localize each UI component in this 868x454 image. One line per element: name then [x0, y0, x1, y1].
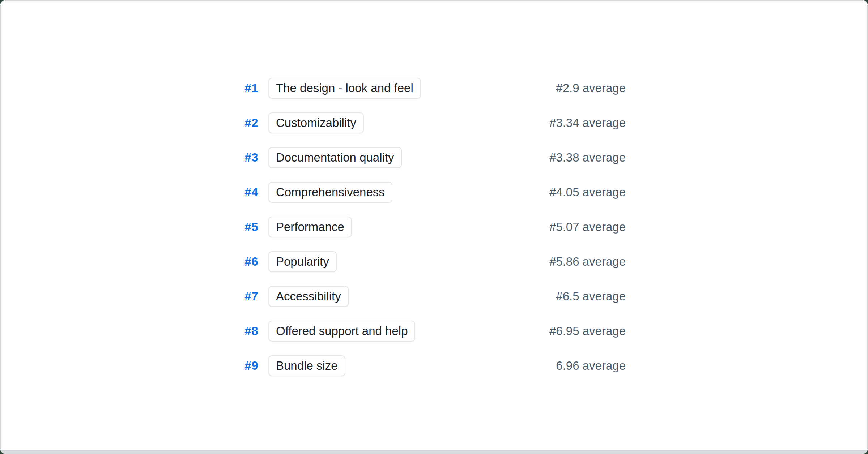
rank-number: #3	[242, 151, 258, 164]
ranking-row: #9 Bundle size 6.96 average	[242, 355, 626, 376]
ranking-row: #7 Accessibility #6.5 average	[242, 286, 626, 307]
average-score: #5.07 average	[549, 220, 626, 234]
rank-number: #8	[242, 324, 258, 338]
rank-number: #2	[242, 116, 258, 130]
rank-number: #1	[242, 81, 258, 95]
results-window: #1 The design - look and feel #2.9 avera…	[0, 0, 868, 454]
average-score: #3.38 average	[549, 151, 626, 164]
option-pill[interactable]: Popularity	[268, 251, 337, 272]
option-pill[interactable]: Comprehensiveness	[268, 182, 392, 203]
ranking-list: #1 The design - look and feel #2.9 avera…	[242, 78, 626, 376]
rank-number: #4	[242, 185, 258, 199]
results-content: #1 The design - look and feel #2.9 avera…	[1, 1, 867, 453]
average-score: #2.9 average	[556, 81, 626, 95]
average-score: #6.95 average	[549, 324, 626, 338]
ranking-row: #1 The design - look and feel #2.9 avera…	[242, 78, 626, 99]
rank-number: #5	[242, 220, 258, 234]
bottom-strip	[1, 450, 867, 453]
option-pill[interactable]: The design - look and feel	[268, 78, 421, 99]
rank-number: #7	[242, 290, 258, 303]
average-score: #6.5 average	[556, 290, 626, 303]
option-pill[interactable]: Offered support and help	[268, 321, 415, 342]
ranking-row: #6 Popularity #5.86 average	[242, 251, 626, 272]
average-score: #3.34 average	[549, 116, 626, 130]
option-pill[interactable]: Customizability	[268, 112, 364, 133]
option-pill[interactable]: Accessibility	[268, 286, 349, 307]
average-score: #4.05 average	[549, 185, 626, 199]
option-pill[interactable]: Bundle size	[268, 355, 345, 376]
average-score: #5.86 average	[549, 255, 626, 269]
ranking-row: #4 Comprehensiveness #4.05 average	[242, 182, 626, 203]
ranking-row: #2 Customizability #3.34 average	[242, 112, 626, 133]
rank-number: #9	[242, 359, 258, 373]
option-pill[interactable]: Performance	[268, 217, 352, 237]
ranking-row: #8 Offered support and help #6.95 averag…	[242, 321, 626, 342]
average-score: 6.96 average	[556, 359, 626, 373]
rank-number: #6	[242, 255, 258, 269]
option-pill[interactable]: Documentation quality	[268, 147, 402, 168]
ranking-row: #3 Documentation quality #3.38 average	[242, 147, 626, 168]
ranking-row: #5 Performance #5.07 average	[242, 217, 626, 237]
